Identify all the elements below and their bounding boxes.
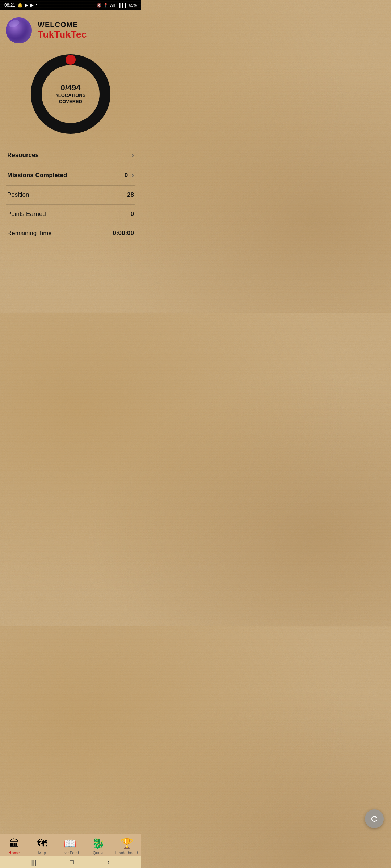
stat-value-missions: 0 <box>125 172 128 179</box>
stat-right-resources: › <box>131 151 134 159</box>
wifi-icon: WiFi <box>110 3 118 7</box>
youtube-icon-2: ▶ <box>30 3 34 8</box>
main-content: WELCOME TukTukTec 0/494 #LOCATIONS COVER… <box>0 10 141 243</box>
stat-label-resources: Resources <box>7 152 39 159</box>
signal-icon: ▌▌▌ <box>119 3 127 7</box>
battery: 65% <box>129 3 137 7</box>
stat-right-points: 0 <box>131 210 134 218</box>
dot-indicator: • <box>36 3 37 8</box>
avatar[interactable] <box>6 17 32 43</box>
alarm-icon: 🔔 <box>17 3 23 8</box>
svg-point-1 <box>66 55 76 65</box>
username: TukTukTec <box>38 29 87 40</box>
stat-row-points: Points Earned 0 <box>6 205 135 224</box>
header: WELCOME TukTukTec <box>6 17 135 43</box>
stat-right-position: 28 <box>127 191 134 199</box>
chevron-icon-missions: › <box>131 171 134 179</box>
stat-row-resources[interactable]: Resources › <box>6 145 135 165</box>
stat-label-remaining-time: Remaining Time <box>7 230 52 237</box>
stat-value-points: 0 <box>131 210 134 218</box>
chevron-icon-resources: › <box>131 151 134 159</box>
welcome-label: WELCOME <box>38 21 87 29</box>
welcome-text: WELCOME TukTukTec <box>38 21 87 40</box>
stat-label-missions: Missions Completed <box>7 172 67 179</box>
status-bar: 08:21 🔔 ▶ ▶ • 🔇 📍 WiFi ▌▌▌ 65% <box>0 0 141 10</box>
mute-icon: 🔇 <box>97 3 102 8</box>
stat-value-position: 28 <box>127 191 134 199</box>
stats-section: Resources › Missions Completed 0 › Posit… <box>6 145 135 243</box>
ring-center-text: 0/494 #LOCATIONS COVERED <box>56 83 86 105</box>
ring-container: 0/494 #LOCATIONS COVERED <box>6 51 135 137</box>
ring-label: #LOCATIONS COVERED <box>56 93 86 105</box>
ring-fraction: 0/494 <box>60 83 80 93</box>
stat-label-position: Position <box>7 191 29 199</box>
stat-row-remaining-time: Remaining Time 0:00:00 <box>6 224 135 243</box>
location-icon: 📍 <box>103 3 108 8</box>
status-left: 08:21 🔔 ▶ ▶ • <box>4 3 37 8</box>
stat-label-points: Points Earned <box>7 210 46 218</box>
stat-row-missions[interactable]: Missions Completed 0 › <box>6 165 135 186</box>
youtube-icon: ▶ <box>25 3 28 8</box>
stat-right-missions: 0 › <box>125 171 134 179</box>
time: 08:21 <box>4 3 15 8</box>
stat-value-remaining-time: 0:00:00 <box>113 230 134 237</box>
stat-row-position: Position 28 <box>6 186 135 205</box>
stat-right-remaining-time: 0:00:00 <box>113 230 134 237</box>
status-right: 🔇 📍 WiFi ▌▌▌ 65% <box>97 3 137 8</box>
